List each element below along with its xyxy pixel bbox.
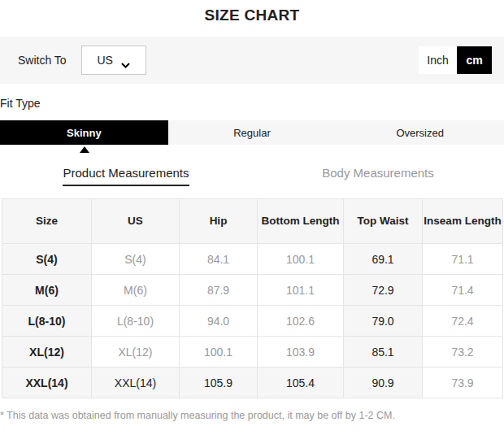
measurement-cell: 71.1 [423, 244, 503, 275]
measurement-disclaimer-note: * This data was obtained from manually m… [0, 410, 504, 421]
column-header: Inseam Length [423, 199, 503, 244]
unit-toggle: Inch cm [419, 46, 492, 74]
measurement-cell: 101.1 [258, 275, 344, 306]
table-header: SizeUSHipBottom LengthTop WaistInseam Le… [2, 199, 503, 244]
measurement-cell: 71.4 [423, 275, 503, 306]
tab-oversized[interactable]: Oversized [336, 120, 504, 145]
switch-to-label: Switch To [18, 54, 67, 67]
row-header-cell: L(8-10) [2, 306, 92, 337]
tab-skinny[interactable]: Skinny [0, 120, 168, 145]
region-select[interactable]: US [81, 46, 146, 75]
measurement-cell: 85.1 [344, 337, 423, 368]
table-row: L(8-10)L(8-10)94.0102.679.072.4 [2, 306, 503, 337]
tab-regular[interactable]: Regular [168, 120, 337, 145]
measurement-cell: 69.1 [344, 244, 423, 275]
measurement-cell: L(8-10) [92, 306, 180, 337]
measurement-cell: XXL(14) [92, 368, 180, 398]
column-header: Size [2, 199, 92, 244]
measurement-cell: 72.9 [344, 275, 423, 306]
region-select-value: US [97, 54, 112, 67]
measurement-cell: 103.9 [258, 337, 344, 368]
measurement-cell: 72.4 [423, 306, 503, 337]
unit-cm-button[interactable]: cm [457, 46, 492, 74]
measurement-cell: 84.1 [180, 244, 258, 275]
column-header: US [92, 199, 180, 244]
column-header: Bottom Length [258, 199, 344, 244]
measurement-cell: 102.6 [258, 306, 344, 337]
row-header-cell: S(4) [2, 244, 92, 275]
measurement-cell: 105.9 [180, 368, 258, 398]
unit-region-toolbar: Switch To US Inch cm [0, 37, 504, 84]
measurement-cell: 94.0 [180, 306, 258, 337]
table-row: XXL(14)XXL(14)105.9105.490.973.9 [2, 368, 503, 398]
row-header-cell: M(6) [2, 275, 92, 306]
measurement-cell: S(4) [92, 244, 180, 275]
row-header-cell: XXL(14) [2, 368, 92, 398]
measurement-cell: 73.9 [423, 368, 503, 398]
measurement-cell: 87.9 [180, 275, 258, 306]
size-chart-table: SizeUSHipBottom LengthTop WaistInseam Le… [2, 198, 503, 398]
table-row: M(6)M(6)87.9101.172.971.4 [2, 275, 503, 306]
table-row: XL(12)XL(12)100.1103.985.173.2 [2, 337, 503, 368]
measurement-cell: XL(12) [92, 337, 180, 368]
page-title: SIZE CHART [0, 0, 504, 37]
measurement-cell: 79.0 [344, 306, 423, 337]
fit-type-label: Fit Type [0, 97, 504, 110]
measurement-cell: 73.2 [423, 337, 503, 368]
measurement-cell: 90.9 [344, 368, 423, 398]
column-header: Top Waist [344, 199, 423, 244]
fit-type-tabs: Skinny Regular Oversized [0, 120, 504, 145]
unit-inch-button[interactable]: Inch [419, 46, 457, 74]
measurement-cell: 105.4 [258, 368, 344, 398]
tab-product-measurements[interactable]: Product Measurements [63, 166, 189, 186]
measurement-cell: M(6) [92, 275, 180, 306]
measurement-cell: 100.1 [258, 244, 344, 275]
column-header: Hip [180, 199, 258, 244]
tab-body-measurements[interactable]: Body Measurements [322, 166, 434, 186]
active-tab-pointer-icon [80, 146, 89, 153]
table-row: S(4)S(4)84.1100.169.171.1 [2, 244, 503, 275]
row-header-cell: XL(12) [2, 337, 92, 368]
chevron-down-icon [121, 58, 130, 63]
measurement-cell: 100.1 [180, 337, 258, 368]
measurement-tabs: Product Measurements Body Measurements [0, 166, 504, 186]
